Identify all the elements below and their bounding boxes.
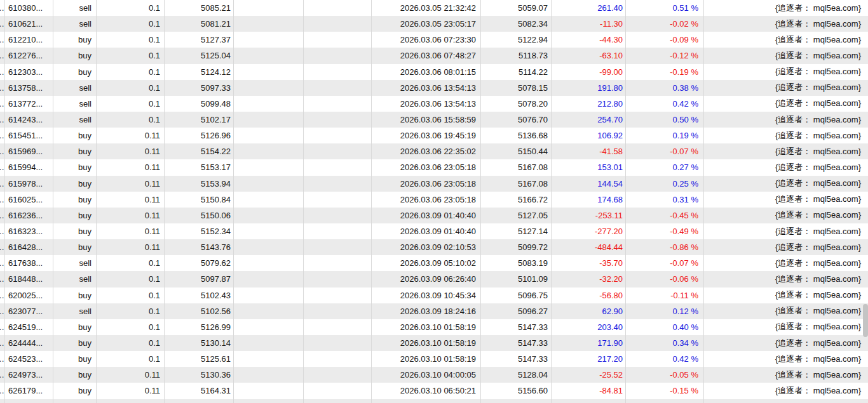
cell-empty-1 bbox=[234, 383, 304, 399]
cell-comment: {追逐者： mql5ea.com} bbox=[704, 367, 868, 383]
cell-close-time: 2026.03.06 13:54:13 bbox=[372, 80, 481, 96]
cell-volume: 0.11 bbox=[97, 192, 165, 208]
cell-ticket: 616428... bbox=[5, 239, 53, 255]
table-row[interactable]: … 612303... buy 0.1 5124.12 2026.03.06 0… bbox=[0, 64, 868, 80]
cell-change-percent: 0.31 % bbox=[626, 192, 704, 208]
cell-change-percent: -0.07 % bbox=[626, 255, 704, 271]
table-row[interactable]: … 612276... buy 0.1 5125.04 2026.03.06 0… bbox=[0, 48, 868, 63]
cell-close-price: 5099.72 bbox=[481, 239, 552, 255]
cell-empty-2 bbox=[304, 223, 372, 239]
table-row[interactable]: … 615451... buy 0.11 5126.96 2026.03.06 … bbox=[0, 128, 868, 143]
cell-ticket: 615994... bbox=[5, 159, 53, 175]
table-row[interactable]: … 615978... buy 0.11 5153.94 2026.03.06 … bbox=[0, 176, 868, 192]
cell-empty-2 bbox=[304, 0, 372, 16]
cell-change-percent: -0.49 % bbox=[626, 223, 704, 239]
cell-volume: 0.1 bbox=[97, 303, 165, 319]
cell-empty-1 bbox=[234, 143, 304, 159]
cell-open-price: 5130.36 bbox=[165, 367, 234, 383]
table-row[interactable]: … 620025... buy 0.1 5102.43 2026.03.09 1… bbox=[0, 287, 868, 303]
clipped-leading-column: … bbox=[0, 367, 5, 383]
table-row[interactable]: … 624523... buy 0.1 5125.61 2026.03.10 0… bbox=[0, 351, 868, 367]
table-row[interactable]: … 626179... buy 0.11 5164.31 2026.03.10 … bbox=[0, 383, 868, 399]
cell-open-price: 5126.99 bbox=[165, 319, 234, 335]
cell-profit: 191.80 bbox=[552, 80, 626, 96]
cell-volume: 0.11 bbox=[97, 143, 165, 159]
cell-empty-1 bbox=[234, 96, 304, 112]
clipped-leading-column: … bbox=[0, 80, 5, 96]
cell-empty-2 bbox=[304, 16, 372, 32]
cell-close-price: 5128.04 bbox=[481, 367, 552, 383]
cell-profit: -11.30 bbox=[552, 16, 626, 32]
cell-close-time: 2026.03.06 23:05:18 bbox=[372, 159, 481, 175]
cell-empty-1 bbox=[234, 208, 304, 223]
cell-open-price: 5150.06 bbox=[165, 208, 234, 223]
cell-empty-2 bbox=[304, 383, 372, 399]
cell-type: sell bbox=[53, 80, 97, 96]
cell-type: buy bbox=[53, 64, 97, 80]
cell-volume: 0.11 bbox=[97, 367, 165, 383]
cell-ticket: 626179... bbox=[5, 383, 53, 399]
cell-change-percent: 0.40 % bbox=[626, 319, 704, 335]
cell-profit: -99.00 bbox=[552, 64, 626, 80]
cell-close-price: 5147.33 bbox=[481, 319, 552, 335]
cell-comment: {追逐者： mql5ea.com} bbox=[704, 64, 868, 80]
cell-close-time: 2026.03.10 01:58:19 bbox=[372, 335, 481, 351]
cell-close-time: 2026.03.10 01:58:19 bbox=[372, 351, 481, 367]
cell-ticket: 620025... bbox=[5, 287, 53, 303]
cell-comment: {追逐者： mql5ea.com} bbox=[704, 192, 868, 208]
cell-type: buy bbox=[53, 208, 97, 223]
cell-volume: 0.1 bbox=[97, 0, 165, 16]
table-row[interactable] bbox=[0, 399, 868, 403]
table-row[interactable]: … 610380... sell 0.1 5085.21 2026.03.05 … bbox=[0, 0, 868, 16]
cell-close-time: 2026.03.09 01:40:40 bbox=[372, 208, 481, 223]
table-row[interactable]: … 613758... sell 0.1 5097.33 2026.03.06 … bbox=[0, 80, 868, 96]
table-row[interactable]: … 614243... sell 0.1 5102.17 2026.03.06 … bbox=[0, 112, 868, 128]
cell-profit: -44.30 bbox=[552, 32, 626, 48]
cell-empty-2 bbox=[304, 335, 372, 351]
cell-comment: {追逐者： mql5ea.com} bbox=[704, 112, 868, 128]
cell-profit: -277.20 bbox=[552, 223, 626, 239]
clipped-leading-column: … bbox=[0, 96, 5, 112]
cell-change-percent: -0.07 % bbox=[626, 143, 704, 159]
cell-comment: {追逐者： mql5ea.com} bbox=[704, 159, 868, 175]
cell-comment: {追逐者： mql5ea.com} bbox=[704, 239, 868, 255]
table-row[interactable]: … 613772... sell 0.1 5099.48 2026.03.06 … bbox=[0, 96, 868, 112]
cell-ticket bbox=[5, 399, 53, 403]
cell-type: buy bbox=[53, 143, 97, 159]
cell-change-percent: -0.12 % bbox=[626, 48, 704, 63]
cell-volume: 0.11 bbox=[97, 383, 165, 399]
table-row[interactable]: … 623077... sell 0.1 5102.56 2026.03.09 … bbox=[0, 303, 868, 319]
table-row[interactable]: … 618448... sell 0.1 5097.87 2026.03.09 … bbox=[0, 271, 868, 287]
table-row[interactable]: … 616236... buy 0.11 5150.06 2026.03.09 … bbox=[0, 208, 868, 223]
table-row[interactable]: … 615994... buy 0.11 5153.17 2026.03.06 … bbox=[0, 159, 868, 175]
cell-profit: -484.44 bbox=[552, 239, 626, 255]
table-row[interactable]: … 612210... buy 0.1 5127.37 2026.03.06 0… bbox=[0, 32, 868, 48]
cell-open-price: 5154.22 bbox=[165, 143, 234, 159]
cell-close-time: 2026.03.10 06:50:21 bbox=[372, 383, 481, 399]
table-row[interactable]: … 615969... buy 0.11 5154.22 2026.03.06 … bbox=[0, 143, 868, 159]
cell-close-time: 2026.03.06 23:05:18 bbox=[372, 176, 481, 192]
cell-comment: {追逐者： mql5ea.com} bbox=[704, 96, 868, 112]
cell-empty-2 bbox=[304, 255, 372, 271]
cell-profit: 254.70 bbox=[552, 112, 626, 128]
table-row[interactable]: … 616025... buy 0.11 5150.84 2026.03.06 … bbox=[0, 192, 868, 208]
cell-empty-1 bbox=[234, 16, 304, 32]
cell-empty-1 bbox=[234, 64, 304, 80]
cell-ticket: 610621... bbox=[5, 16, 53, 32]
cell-open-price: 5153.17 bbox=[165, 159, 234, 175]
cell-volume: 0.11 bbox=[97, 159, 165, 175]
table-row[interactable]: … 610621... sell 0.1 5081.21 2026.03.05 … bbox=[0, 16, 868, 32]
cell-close-time: 2026.03.05 21:32:42 bbox=[372, 0, 481, 16]
cell-profit: -35.70 bbox=[552, 255, 626, 271]
table-row[interactable]: … 624519... buy 0.1 5126.99 2026.03.10 0… bbox=[0, 319, 868, 335]
table-row[interactable]: … 617638... sell 0.1 5079.62 2026.03.09 … bbox=[0, 255, 868, 271]
table-row[interactable]: … 624973... buy 0.11 5130.36 2026.03.10 … bbox=[0, 367, 868, 383]
cell-empty-1 bbox=[234, 239, 304, 255]
cell-close-time: 2026.03.09 05:10:02 bbox=[372, 255, 481, 271]
table-row[interactable]: … 616323... buy 0.11 5152.34 2026.03.09 … bbox=[0, 223, 868, 239]
cell-type: sell bbox=[53, 0, 97, 16]
vertical-scrollbar-thumb[interactable] bbox=[863, 304, 868, 337]
table-row[interactable]: … 616428... buy 0.11 5143.76 2026.03.09 … bbox=[0, 239, 868, 255]
table-row[interactable]: … 624444... buy 0.1 5130.14 2026.03.10 0… bbox=[0, 335, 868, 351]
cell-open-price: 5085.21 bbox=[165, 0, 234, 16]
